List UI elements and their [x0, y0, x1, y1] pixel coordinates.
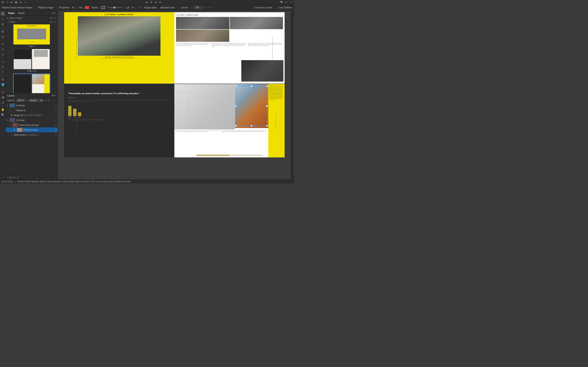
snapping-icon[interactable]: ⊕ [146, 1, 148, 4]
delete-layer-icon[interactable]: ✕ [17, 176, 19, 179]
layer-4-check[interactable]: ✓ [55, 104, 57, 107]
column-tool[interactable]: ☷ [1, 34, 5, 39]
page-icon[interactable]: ▣ [15, 1, 17, 4]
panel-menu-icon[interactable]: ≡ [55, 12, 56, 15]
layers-menu-icon[interactable]: ≡ [55, 94, 56, 97]
master-single-icon[interactable]: ▭ [52, 17, 54, 19]
properties-button[interactable]: Properties [59, 6, 70, 9]
master-pages-header[interactable]: ▶ Master Pages ⊞ ▭ ✕ [7, 17, 57, 20]
corner-type-4[interactable]: ⌐ [211, 6, 212, 8]
handle-tc[interactable] [251, 85, 252, 87]
page-left-spread2[interactable]: LATTERLY DIRECTIONS – THE GAVIA HOUSE (J… [64, 84, 174, 157]
page-right-spread1[interactable]: LATTERLY DIRECTIONS Situated deep in the… [174, 12, 285, 83]
picture-tool[interactable]: ⊡ [1, 77, 5, 82]
layer-5-check[interactable]: ✓ [55, 119, 57, 121]
layer-gavia-check[interactable]: ✓ [55, 124, 57, 126]
page1-thumbnail[interactable]: LATTERLY DIRECTIONS Wet rooms caption [13, 24, 50, 45]
app-icon-1[interactable]: ⊞ [2, 1, 4, 4]
handle-br[interactable] [266, 125, 268, 127]
lock-children-button[interactable]: Lock Children [277, 6, 293, 9]
app-icon-3[interactable]: ◈ [11, 1, 12, 4]
layer-gavia-group[interactable]: ▼ Gavia House (Group) ✓ [6, 123, 58, 127]
stroke-color-swatch[interactable] [101, 6, 105, 9]
distribute-icon[interactable]: ⊜ [155, 1, 157, 4]
right-scrollbar[interactable] [291, 11, 294, 179]
layer-gavia-text-check[interactable]: ✓ [55, 134, 57, 136]
opacity-input[interactable] [16, 99, 25, 102]
app-icon-2[interactable]: ⬡ [6, 1, 8, 4]
page-right-spread2[interactable]: Original concept for the 'Gavia House' [174, 84, 285, 157]
corner-value-input[interactable] [194, 6, 202, 9]
align-icon[interactable]: ☰ [150, 1, 152, 4]
spread2-building-photo[interactable] [235, 84, 268, 128]
tab-assets[interactable]: Assets [17, 11, 26, 15]
pages-grid-icon[interactable]: ⊞ [50, 21, 52, 23]
search-icon[interactable]: 🔍 [280, 1, 283, 4]
shadow-tool[interactable]: ◻ [1, 100, 5, 105]
pages-single-icon[interactable]: ▭ [52, 21, 54, 23]
corner-type-1[interactable]: ⌐ [206, 6, 207, 8]
handle-tl[interactable] [235, 85, 237, 87]
pen-tool[interactable]: ✒ [1, 42, 5, 46]
redo-icon[interactable]: ↪ [290, 1, 292, 4]
pages-delete-icon[interactable]: ✕ [54, 21, 56, 23]
node-tool[interactable]: ◇ [1, 17, 5, 21]
page1-thumb-row[interactable]: LATTERLY DIRECTIONS Wet rooms caption Pa… [7, 24, 57, 48]
add-layer-icon[interactable]: + [7, 176, 8, 179]
single-radius-checkbox[interactable]: ✓ [138, 6, 142, 9]
transform-icon[interactable]: ⧉ [159, 1, 161, 4]
layer-master-check[interactable]: ✓ [55, 109, 57, 111]
handle-bl[interactable] [235, 125, 237, 127]
master-grid-icon[interactable]: ⊞ [50, 17, 52, 19]
layers-gear-icon[interactable]: ⚙ [52, 94, 54, 97]
handle-ml[interactable] [235, 105, 237, 107]
blend-mode-select[interactable]: Normal Multiply Screen [29, 99, 43, 102]
page45-thumb-row[interactable]: Pages 4,5 [7, 73, 57, 93]
type-tool[interactable]: T [1, 70, 5, 75]
nav-prev-button[interactable]: ◀ [2, 180, 3, 183]
gradient-tool[interactable]: ◈ [1, 90, 5, 94]
page45-thumbnail[interactable] [13, 74, 50, 93]
handle-bc[interactable] [251, 125, 252, 127]
corner-dropdown-icon[interactable]: ▾ [203, 6, 204, 8]
pages-group-header[interactable]: ▼ Pages ⊞ ▭ ✕ [7, 20, 57, 24]
layer-group-4[interactable]: ▼ 4 (Group) ✓ [6, 103, 58, 108]
brush-tool[interactable]: ⬡ [1, 52, 5, 57]
layer-visibility-icon[interactable]: 👁 [47, 99, 49, 101]
corner-type-2[interactable]: ⌐ [208, 6, 209, 8]
replace-image-button[interactable]: Replace Image [38, 6, 54, 9]
color-fill-tool[interactable]: 🪣 [1, 82, 5, 87]
nav-next-button[interactable]: ▶ [12, 180, 13, 183]
layer-master-a[interactable]: (Master A) ✓ [6, 108, 58, 113]
layer-margin-check[interactable]: ✓ [55, 114, 57, 117]
page23-thumb-row[interactable]: Pages 2,3 [7, 48, 57, 73]
add-page-icon[interactable]: ⊞ [52, 12, 54, 15]
transparency-tool[interactable]: ◑ [1, 95, 5, 99]
ellipse-tool[interactable]: ◯ [1, 65, 5, 69]
view-tool[interactable]: ⊞ [1, 29, 5, 34]
crop-tool[interactable]: ⊡ [1, 22, 5, 26]
corner-type-3[interactable]: ⌐ [209, 6, 210, 8]
view-icon-3[interactable]: ▭ [24, 1, 26, 4]
page-left-spread1[interactable]: LATTERLY DIRECTIONS LATTERLY DIRECTIONS … [64, 12, 174, 83]
canvas-area[interactable]: LATTERLY DIRECTIONS LATTERLY DIRECTIONS … [58, 11, 291, 179]
hand-tool[interactable]: ✋ [1, 107, 5, 112]
view-icon-2[interactable]: ◎ [20, 1, 22, 4]
stroke-settings-icon[interactable]: ⚙ [132, 6, 134, 9]
handle-tr[interactable] [266, 85, 268, 87]
layer-margin-h2[interactable]: A Margin H2 (LATTERLY DIRECT ✓ [6, 113, 58, 118]
tab-pages[interactable]: Pages [7, 11, 16, 15]
fx-icon[interactable]: fx [14, 176, 16, 179]
rect-tool[interactable]: ▭ [1, 59, 5, 64]
pencil-tool[interactable]: ✏ [1, 47, 5, 51]
master-delete-icon[interactable]: ✕ [54, 17, 56, 19]
opacity-dropdown-icon[interactable]: ▾ [26, 99, 27, 101]
add-artboard-icon[interactable]: ⊡ [12, 176, 13, 179]
convert-to-curves-button[interactable]: Convert to Curves [253, 6, 273, 9]
layer-lock-icon[interactable]: ⚙ [44, 99, 46, 101]
layer-pf-check[interactable]: ✓ [55, 129, 57, 131]
undo-icon[interactable]: ↩ [286, 1, 288, 4]
layer-gavia-text[interactable]: ≡ Gavia House (In addition to ✓ [6, 132, 58, 137]
add-group-icon[interactable]: ⊞ [9, 176, 11, 179]
zoom-tool[interactable]: 🔍 [1, 113, 5, 117]
